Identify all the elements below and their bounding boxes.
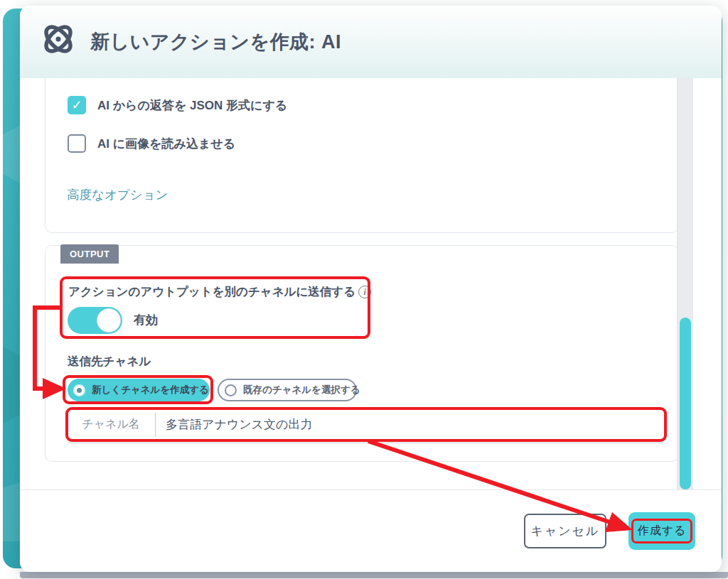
modal-footer: キャンセル 作成する: [20, 489, 722, 572]
checkbox-row-image[interactable]: AI に画像を読み込ませる: [68, 134, 235, 153]
check-icon: ✓: [68, 96, 86, 114]
info-icon[interactable]: i: [358, 286, 371, 298]
send-to-channel-label-row: アクションのアウトプットを別のチャネルに送信する i: [68, 284, 371, 300]
radio-selected-icon: [73, 384, 85, 396]
toggle-knob: [97, 308, 121, 332]
channel-name-field[interactable]: チャネル名 多言語アナウンス文の出力: [67, 408, 665, 440]
radio-create-new-channel[interactable]: 新しくチャネルを作成する: [68, 379, 210, 401]
radio-select-existing-channel[interactable]: 既存のチャネルを選択する: [218, 379, 357, 401]
output-badge: OUTPUT: [60, 244, 119, 264]
checkbox-image-unchecked[interactable]: [68, 134, 86, 153]
checkbox-label: AI に画像を読み込ませる: [97, 136, 235, 152]
channel-name-label: チャネル名: [67, 417, 155, 432]
modal-header: 新しいアクションを作成: AI: [20, 6, 722, 78]
checkbox-label: AI からの返答を JSON 形式にする: [97, 97, 287, 114]
modal-scroll-body: ✓ AI からの返答を JSON 形式にする AI に画像を読み込ませる 高度な…: [20, 78, 722, 489]
scrollbar-thumb[interactable]: [680, 318, 691, 489]
checkbox-json-checked[interactable]: ✓: [68, 96, 86, 114]
window-bottom-edge: [20, 572, 728, 578]
input-underline: [68, 443, 663, 443]
radio-label: 既存のチャネルを選択する: [243, 384, 360, 396]
cancel-button[interactable]: キャンセル: [524, 514, 606, 548]
advanced-options-link[interactable]: 高度なオプション: [67, 186, 168, 203]
send-to-channel-label: アクションのアウトプットを別のチャネルに送信する: [68, 284, 355, 300]
create-action-modal: 新しいアクションを作成: AI ✓ AI からの返答を JSON 形式にする A…: [20, 6, 722, 572]
channel-name-value: 多言語アナウンス文の出力: [166, 416, 312, 433]
radio-unselected-icon: [225, 384, 237, 396]
create-button-label: 作成する: [631, 519, 693, 543]
destination-channel-label: 送信先チャネル: [68, 354, 151, 369]
create-button[interactable]: 作成する: [628, 512, 695, 550]
atom-icon: [39, 20, 77, 58]
radio-label: 新しくチャネルを作成する: [92, 384, 209, 396]
toggle-state-label: 有効: [134, 307, 158, 334]
send-output-toggle-on[interactable]: [68, 307, 122, 334]
modal-title: 新しいアクションを作成: AI: [90, 29, 341, 55]
screen: 新しいアクションを作成: AI ✓ AI からの返答を JSON 形式にする A…: [0, 0, 728, 579]
field-divider: [155, 413, 156, 437]
checkbox-row-json[interactable]: ✓ AI からの返答を JSON 形式にする: [68, 96, 287, 114]
